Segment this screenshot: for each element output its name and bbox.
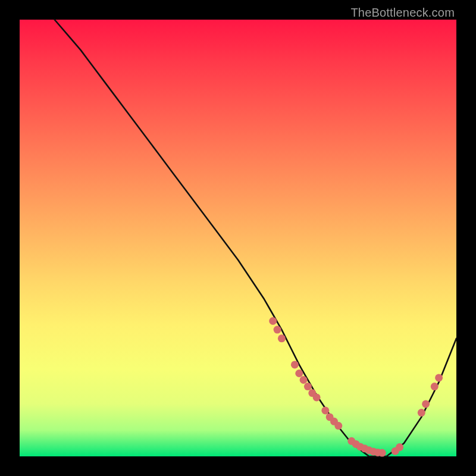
highlight-dot xyxy=(418,409,425,416)
highlight-dot xyxy=(321,406,329,414)
highlight-dot xyxy=(431,383,439,390)
highlight-dot xyxy=(313,393,321,401)
highlight-dots-group xyxy=(269,317,443,457)
chart-svg xyxy=(20,20,456,456)
highlight-dot xyxy=(396,443,403,451)
highlight-dot xyxy=(269,317,277,325)
highlight-dot xyxy=(422,400,430,408)
highlight-dot xyxy=(334,422,342,430)
highlight-dot xyxy=(274,326,281,334)
highlight-dot xyxy=(295,369,303,377)
bottleneck-curve xyxy=(55,20,456,456)
highlight-dot xyxy=(304,383,312,390)
highlight-dot xyxy=(278,334,286,342)
highlight-dot xyxy=(291,361,299,368)
highlight-dot xyxy=(300,376,308,384)
watermark-text: TheBottleneck.com xyxy=(350,6,455,20)
chart-plot-area xyxy=(20,20,456,456)
highlight-dot xyxy=(435,374,443,381)
highlight-dot xyxy=(378,449,386,457)
